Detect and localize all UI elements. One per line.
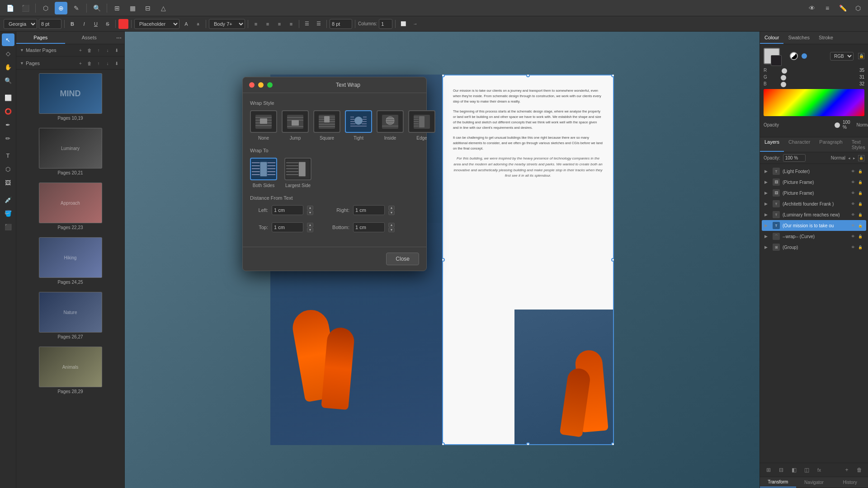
move-page-up-btn[interactable]: ↑ (94, 59, 103, 67)
color-picker-tool[interactable]: 💉 (2, 193, 14, 206)
top-spin-down[interactable]: ▼ (307, 228, 313, 232)
brush-icon[interactable]: ✏️ (836, 2, 849, 14)
align-left-btn[interactable]: ≡ (251, 19, 261, 29)
wrap-to-both-sides[interactable]: Both Sides (250, 158, 277, 188)
expand-arrow[interactable]: ▼ (20, 48, 24, 52)
body-style-select[interactable]: Body 7+ (209, 19, 245, 29)
page-thumb-24-25[interactable]: Hiking Pages 24,25 (18, 235, 123, 286)
tracking-input[interactable] (330, 19, 352, 29)
wrap-to-largest-side[interactable]: Largest Side (284, 158, 311, 188)
style-options-btn[interactable]: A (181, 19, 191, 29)
right-spin-up[interactable]: ▲ (388, 206, 395, 210)
mask-icon[interactable]: ◧ (789, 465, 799, 475)
layer-lock-btn[interactable]: 🔒 (857, 201, 863, 207)
select-icon[interactable]: ⬡ (39, 2, 52, 14)
layer-lock-btn[interactable]: 🔒 (857, 190, 863, 196)
italic-button[interactable]: I (79, 19, 89, 29)
transform-icon[interactable]: ⊕ (55, 2, 67, 14)
wrap-style-jump[interactable]: Jump (282, 110, 309, 141)
lock-icon[interactable]: 🔒 (858, 53, 864, 59)
top-spin-up[interactable]: ▲ (307, 223, 313, 227)
strikethrough-button[interactable]: S (103, 19, 113, 29)
grid-icon[interactable]: ⊞ (111, 2, 123, 14)
color-dot-blue[interactable] (802, 53, 807, 59)
left-value-input[interactable] (272, 205, 303, 215)
node-tool[interactable]: ◇ (2, 47, 14, 60)
align-right-btn[interactable]: ≡ (274, 19, 284, 29)
align-center-btn[interactable]: ≡ (263, 19, 273, 29)
zoom-tool[interactable]: 🔍 (2, 74, 14, 87)
cloud-icon[interactable]: ⬡ (852, 2, 864, 14)
tab-swatches[interactable]: Swatches (783, 32, 814, 44)
page-thumb-10-19[interactable]: MIND Pages 10,19 (18, 71, 123, 122)
wrap-style-none[interactable]: None (250, 110, 277, 141)
layer-group[interactable]: ▶ ⊞ (Group) 👁 🔒 (762, 242, 866, 253)
opacity-slider[interactable] (782, 123, 840, 126)
fx-icon[interactable]: fx (814, 465, 824, 475)
layer-visibility-btn[interactable]: 👁 (850, 233, 856, 239)
background-swatch[interactable] (771, 55, 782, 66)
panel-more-btn[interactable]: ⋯ (113, 32, 124, 44)
layer-lock-btn[interactable]: 🔒 (857, 211, 863, 218)
import-page-btn[interactable]: ⬇ (113, 59, 121, 67)
pencil-tool[interactable]: ✏ (2, 132, 14, 145)
canvas-area[interactable]: luminary firm reaches (125, 32, 760, 488)
g-slider[interactable] (772, 75, 851, 79)
wrap-style-tight[interactable]: Tight (345, 110, 372, 141)
close-dialog-btn[interactable]: Close (386, 253, 419, 265)
layer-visibility-btn[interactable]: 👁 (850, 168, 856, 174)
layer-architetti[interactable]: ▶ T (Architetti founder Frank ) 👁 🔒 (762, 198, 866, 209)
move-down-btn[interactable]: ↓ (104, 46, 112, 54)
layer-lock-btn[interactable]: 🔒 (857, 168, 863, 174)
frame-tool[interactable]: ⬡ (2, 163, 14, 175)
right-spin-down[interactable]: ▼ (388, 211, 395, 215)
layer-luminary[interactable]: ▶ T (Luminary firm reaches new) 👁 🔒 (762, 209, 866, 220)
layer-opacity-input[interactable] (783, 154, 806, 162)
layer-picture-frame-2[interactable]: ▶ 🖼 (Picture Frame) 👁 🔒 (762, 188, 866, 198)
clip-icon[interactable]: ◫ (802, 465, 811, 475)
layer-visibility-btn[interactable]: 👁 (850, 222, 856, 229)
tab-paragraph[interactable]: Paragraph (815, 137, 847, 152)
columns-input[interactable] (379, 19, 392, 29)
pan-tool[interactable]: ✋ (2, 61, 14, 73)
placeholder-style-select[interactable]: Placeholder (134, 19, 179, 29)
move-to-front-icon[interactable]: ⊞ (764, 465, 774, 475)
b-slider[interactable] (772, 82, 851, 86)
ellipse-tool[interactable]: ⭕ (2, 105, 14, 117)
zoom-icon[interactable]: 🔍 (90, 2, 103, 14)
file-icon[interactable]: 📄 (4, 2, 16, 14)
fill-tool[interactable]: 🪣 (2, 207, 14, 220)
layer-visibility-btn[interactable]: 👁 (850, 244, 856, 250)
move-up-btn[interactable]: ↑ (94, 46, 103, 54)
tab-navigator[interactable]: Navigator (796, 477, 832, 488)
move-forward-icon[interactable]: ⊟ (776, 465, 786, 475)
tab-colour[interactable]: Colour (760, 32, 783, 44)
image-tool[interactable]: 🖼 (2, 176, 14, 189)
font-family-select[interactable]: Georgia (4, 19, 37, 29)
tab-assets[interactable]: Assets (65, 32, 114, 44)
layer-lock-btn[interactable]: 🔒 (857, 244, 863, 250)
layers-icon-top[interactable]: ▦ (126, 2, 139, 14)
bold-button[interactable]: B (67, 19, 77, 29)
page-thumb-20-21[interactable]: Luminary Pages 20,21 (18, 126, 123, 177)
page-thumb-22-23[interactable]: Approach Pages 22,23 (18, 181, 123, 232)
subscript-btn[interactable]: a (193, 19, 203, 29)
tab-character[interactable]: Character (784, 137, 815, 152)
flow-btn[interactable]: → (410, 19, 420, 29)
left-spin-up[interactable]: ▲ (307, 206, 313, 210)
bottom-value-input[interactable] (353, 222, 385, 232)
numbering-btn[interactable]: ☰ (314, 19, 324, 29)
tab-text-styles[interactable]: Text Styles (847, 137, 868, 152)
colour-mode-select[interactable]: RGB (830, 52, 854, 61)
delete-master-btn[interactable]: 🗑 (85, 46, 94, 54)
delete-layer-icon[interactable]: 🗑 (854, 465, 864, 475)
window-max-btn[interactable] (267, 82, 273, 88)
font-size-input[interactable] (39, 19, 61, 29)
rectangle-tool[interactable]: ⬜ (2, 91, 14, 104)
pen-icon[interactable]: ✎ (70, 2, 83, 14)
tab-history[interactable]: History (832, 477, 868, 488)
tab-stroke[interactable]: Stroke (814, 32, 838, 44)
pages-expand-arrow[interactable]: ▼ (20, 61, 24, 66)
wrap-style-square[interactable]: Square (313, 110, 340, 141)
left-spin-down[interactable]: ▼ (307, 211, 313, 215)
